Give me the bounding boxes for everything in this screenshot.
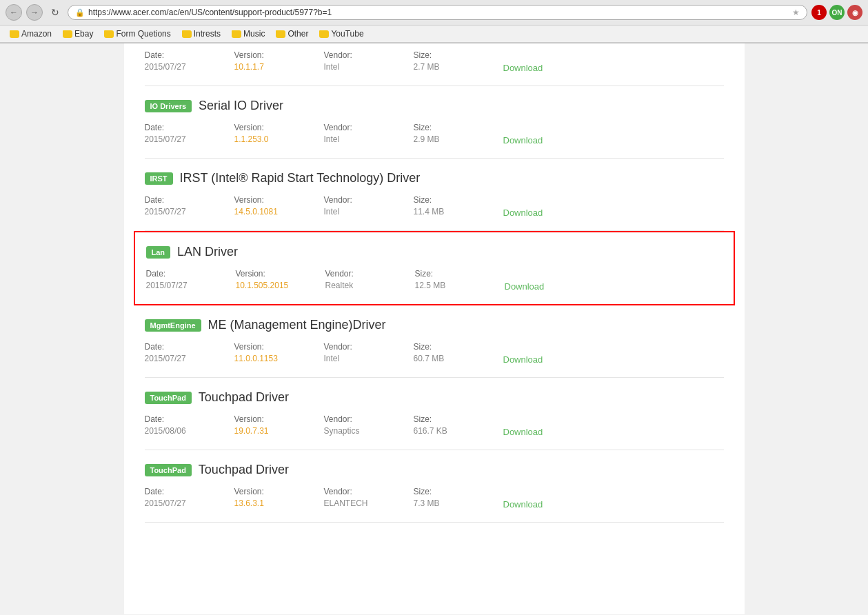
driver-title-touchpad-1: Touchpad Driver: [199, 390, 289, 405]
driver-title-lan: LAN Driver: [177, 245, 238, 259]
top-partial-date-value: 2015/07/27: [145, 62, 234, 72]
meta-label: Size:: [414, 195, 503, 205]
meta-label: Size:: [415, 269, 505, 279]
browser-chrome: ← → ↻ 🔒 https://www.acer.com/ac/en/US/co…: [0, 0, 868, 43]
meta-value: 7.3 MB: [414, 498, 503, 508]
meta-value: Realtek: [325, 281, 415, 290]
bookmark-label: Music: [243, 29, 265, 39]
meta-value: 1.1.253.0: [234, 134, 324, 144]
download-link-io-drivers[interactable]: Download: [503, 135, 543, 145]
meta-value: 11.4 MB: [414, 207, 503, 216]
folder-icon: [232, 30, 241, 38]
driver-meta-touchpad-1: Date:2015/08/06Version:19.0.7.31Vendor:S…: [145, 414, 724, 437]
address-bar[interactable]: 🔒 https://www.acer.com/ac/en/US/content/…: [68, 5, 807, 20]
url-text: https://www.acer.com/ac/en/US/content/su…: [88, 8, 332, 17]
back-icon: ←: [10, 8, 18, 17]
meta-col-1: Version:1.1.253.0: [234, 123, 324, 145]
meta-label: Size:: [414, 487, 503, 496]
ext-icon-1[interactable]: 1: [811, 5, 827, 20]
ext-icon-3[interactable]: ◉: [847, 5, 862, 20]
meta-label: Date:: [146, 269, 236, 279]
forward-button[interactable]: →: [26, 4, 43, 21]
driver-badge-touchpad-2: TouchPad: [145, 464, 192, 476]
driver-header-touchpad-1: TouchPadTouchpad Driver: [145, 390, 724, 405]
top-partial-date-label: Date:: [145, 50, 234, 60]
meta-col-0: Date:2015/08/06: [145, 414, 234, 437]
bookmark-item-intrests[interactable]: Intrests: [178, 28, 225, 40]
meta-value: 10.1.505.2015: [236, 281, 325, 290]
driver-meta-irst: Date:2015/07/27Version:14.5.0.1081Vendor…: [145, 195, 724, 218]
top-partial-driver: Date: 2015/07/27 Version: 10.1.1.7 Vendo…: [145, 50, 724, 86]
meta-col-0: Date:2015/07/27: [146, 269, 236, 292]
bookmark-label: Amazon: [21, 29, 52, 39]
meta-col-2: Vendor:Realtek: [325, 269, 415, 292]
back-button[interactable]: ←: [6, 4, 22, 21]
download-link-mgmt-engine[interactable]: Download: [503, 354, 543, 365]
meta-label: Vendor:: [324, 195, 414, 205]
driver-title-touchpad-2: Touchpad Driver: [199, 463, 289, 477]
bookmark-item-youtube[interactable]: YouTube: [315, 28, 367, 40]
meta-label: Version:: [234, 195, 324, 205]
driver-badge-mgmt-engine: MgmtEngine: [145, 319, 201, 332]
driver-badge-irst: IRST: [145, 172, 173, 185]
ext-icon-2[interactable]: ON: [829, 5, 845, 20]
meta-col-1: Version:13.6.3.1: [234, 487, 324, 510]
meta-col-3: Size:616.7 KB: [414, 414, 503, 437]
driver-badge-lan: Lan: [146, 246, 171, 259]
browser-extensions: 1 ON ◉: [811, 5, 862, 20]
folder-icon: [10, 30, 19, 38]
driver-title-mgmt-engine: ME (Management Engine)Driver: [208, 318, 386, 332]
top-partial-size-value: 2.7 MB: [414, 62, 503, 72]
driver-title-io-drivers: Serial IO Driver: [199, 99, 283, 113]
page-content: Date: 2015/07/27 Version: 10.1.1.7 Vendo…: [124, 43, 745, 614]
bookmark-item-other[interactable]: Other: [272, 28, 312, 40]
driver-meta-mgmt-engine: Date:2015/07/27Version:11.0.0.1153Vendor…: [145, 342, 724, 365]
meta-col-3: Size:12.5 MB: [415, 269, 505, 292]
bookmark-item-form-quetions[interactable]: Form Quetions: [100, 28, 174, 40]
driver-header-lan: LanLAN Driver: [146, 245, 723, 259]
bookmark-star-icon[interactable]: ★: [792, 8, 800, 17]
folder-icon: [104, 30, 114, 38]
reload-button[interactable]: ↻: [47, 4, 63, 21]
meta-col-2: Vendor:Synaptics: [324, 414, 414, 437]
download-link-touchpad-2[interactable]: Download: [503, 499, 543, 510]
meta-label: Version:: [236, 269, 325, 279]
meta-value: 2015/07/27: [145, 134, 234, 144]
meta-col-0: Date:2015/07/27: [145, 487, 234, 510]
top-partial-version-value: 10.1.1.7: [234, 62, 324, 72]
meta-value: Intel: [324, 207, 414, 216]
download-link-lan[interactable]: Download: [505, 281, 545, 292]
folder-icon: [276, 30, 285, 38]
driver-badge-io-drivers: IO Drivers: [145, 100, 192, 112]
folder-icon: [63, 30, 72, 38]
meta-label: Size:: [414, 342, 503, 352]
bookmark-item-music[interactable]: Music: [228, 28, 269, 40]
download-link-irst[interactable]: Download: [503, 208, 543, 218]
top-partial-version-label: Version:: [234, 50, 324, 60]
driver-header-irst: IRSTIRST (Intel® Rapid Start Technology)…: [145, 171, 724, 185]
download-link-touchpad-1[interactable]: Download: [503, 427, 543, 437]
bookmark-item-ebay[interactable]: Ebay: [59, 28, 97, 40]
top-partial-size-col: Size: 2.7 MB: [414, 50, 503, 73]
driver-section-lan: LanLAN DriverDate:2015/07/27Version:10.1…: [134, 231, 735, 305]
driver-section-touchpad-1: TouchPadTouchpad DriverDate:2015/08/06Ve…: [145, 378, 724, 450]
meta-label: Version:: [234, 414, 324, 424]
bookmark-label: YouTube: [331, 29, 363, 39]
meta-label: Date:: [145, 487, 234, 496]
meta-label: Version:: [234, 123, 324, 132]
browser-toolbar: ← → ↻ 🔒 https://www.acer.com/ac/en/US/co…: [0, 0, 868, 26]
bookmark-label: Ebay: [74, 29, 93, 39]
meta-label: Version:: [234, 342, 324, 352]
top-partial-vendor-value: Intel: [324, 62, 414, 72]
meta-col-2: Vendor:Intel: [324, 195, 414, 218]
top-partial-download-link[interactable]: Download: [503, 63, 543, 73]
driver-meta-lan: Date:2015/07/27Version:10.1.505.2015Vend…: [146, 269, 723, 292]
bookmark-label: Other: [287, 29, 308, 39]
meta-col-1: Version:14.5.0.1081: [234, 195, 324, 218]
meta-value: 14.5.0.1081: [234, 207, 324, 216]
meta-label: Date:: [145, 342, 234, 352]
meta-label: Date:: [145, 414, 234, 424]
bookmark-item-amazon[interactable]: Amazon: [6, 28, 56, 40]
meta-value: ELANTECH: [324, 498, 414, 508]
driver-badge-touchpad-1: TouchPad: [145, 392, 192, 404]
